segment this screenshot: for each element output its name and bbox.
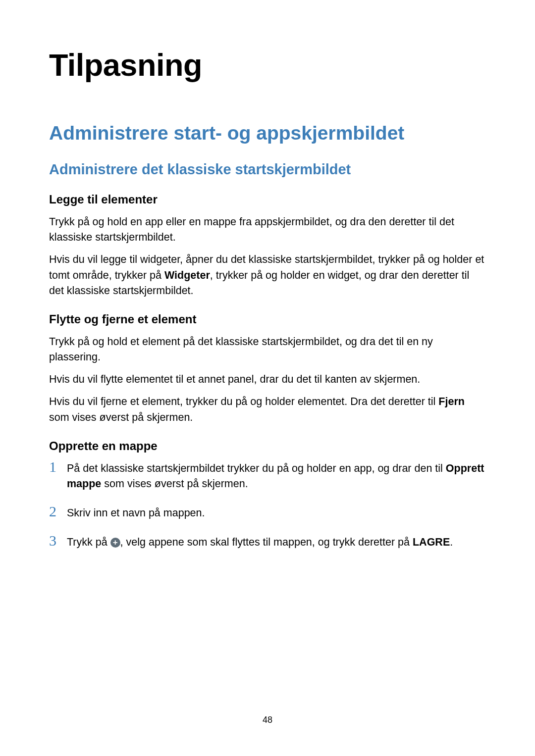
topic-heading-folder: Opprette en mappe [49,439,486,453]
subsection-heading: Administrere det klassiske startskjermbi… [49,161,486,178]
body-text: Trykk på og hold en app eller en mappe f… [49,214,486,245]
step-text: På det klassiske startskjermbildet trykk… [67,461,486,492]
step-list: 1 På det klassiske startskjermbildet try… [49,461,486,551]
body-text: Trykk på og hold et element på det klass… [49,334,486,365]
inline-bold: LAGRE [413,536,450,548]
body-text: Hvis du vil fjerne et element, trykker d… [49,394,486,425]
step-text: Trykk på +, velg appene som skal flyttes… [67,535,486,550]
topic-heading-add: Legge til elementer [49,193,486,206]
inline-bold: Fjern [438,396,465,407]
body-text: Hvis du vil flytte elementet til et anne… [49,372,486,387]
page-number: 48 [0,715,535,725]
step-number: 1 [49,459,67,474]
body-text: Hvis du vil legge til widgeter, åpner du… [49,252,486,299]
step-number: 2 [49,504,67,519]
inline-bold: Widgeter [164,269,210,281]
list-item: 1 På det klassiske startskjermbildet try… [49,461,486,492]
topic-heading-move: Flytte og fjerne et element [49,312,486,326]
plus-icon: + [110,538,120,548]
list-item: 2 Skriv inn et navn på mappen. [49,505,486,521]
section-heading: Administrere start- og appskjermbildet [49,122,486,144]
step-number: 3 [49,533,67,548]
list-item: 3 Trykk på +, velg appene som skal flytt… [49,535,486,550]
page-content: Tilpasning Administrere start- og appskj… [0,0,535,550]
step-text: Skriv inn et navn på mappen. [67,505,486,521]
page-title: Tilpasning [49,47,486,83]
